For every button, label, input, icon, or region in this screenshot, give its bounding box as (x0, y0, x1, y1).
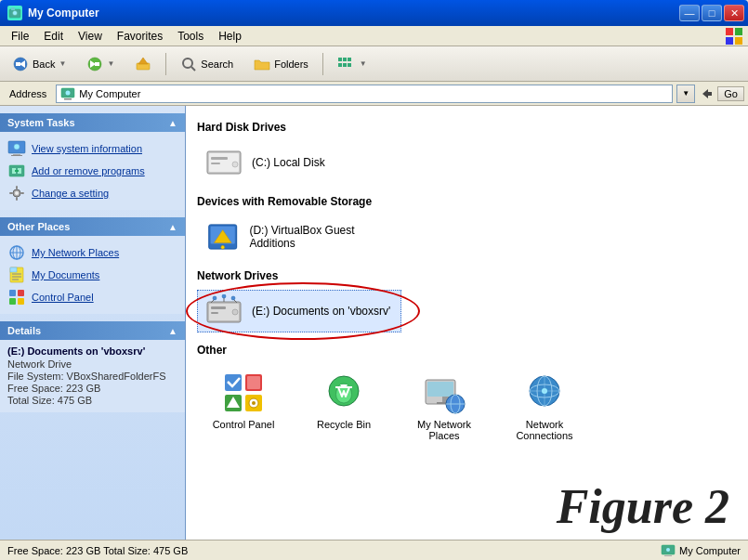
local-disk-icon (205, 146, 243, 179)
filesystem-value: VBoxSharedFolderFS (67, 371, 166, 382)
sidebar-link-change-setting[interactable]: Change a setting (7, 182, 177, 204)
section-network: Network Drives (197, 269, 737, 282)
computer-icon (7, 139, 26, 158)
add-remove-label: Add or remove programs (32, 165, 145, 176)
svg-point-68 (232, 309, 238, 315)
details-filesystem: File System: VBoxSharedFolderFS (7, 371, 177, 382)
status-right-text: My Computer (679, 545, 741, 556)
svg-rect-3 (726, 28, 733, 35)
back-button[interactable]: Back ▼ (4, 53, 74, 75)
drive-e[interactable]: (E:) Documents on 'vboxsrv' (197, 290, 401, 332)
menu-edit[interactable]: Edit (36, 28, 71, 45)
svg-rect-99 (664, 555, 672, 556)
svg-rect-85 (427, 382, 453, 397)
other-recycle-bin[interactable]: Recycle Bin (297, 364, 390, 448)
window-icon (7, 6, 22, 20)
add-remove-icon (7, 162, 26, 180)
views-button[interactable]: ▼ (329, 53, 375, 75)
svg-rect-40 (9, 192, 13, 194)
drive-c[interactable]: (C:) Local Disk (197, 141, 401, 184)
other-control-panel[interactable]: Control Panel (197, 364, 290, 448)
recycle-bin-text: Recycle Bin (317, 419, 371, 430)
system-tasks-title: System Tasks (7, 117, 75, 128)
system-tasks-header[interactable]: System Tasks ▲ (0, 113, 185, 132)
up-button[interactable] (126, 52, 160, 76)
status-computer-icon (661, 544, 676, 557)
network-places-text: My Network Places (404, 419, 484, 441)
svg-rect-17 (338, 58, 342, 61)
svg-rect-57 (211, 157, 228, 160)
network-icon (7, 243, 26, 262)
other-places-title: Other Places (7, 221, 70, 232)
svg-rect-58 (211, 163, 220, 164)
svg-marker-14 (138, 58, 148, 64)
sidebar-link-add-remove[interactable]: Add or remove programs (7, 160, 177, 182)
svg-rect-25 (64, 98, 72, 100)
system-tasks-collapse-icon[interactable]: ▲ (168, 118, 177, 128)
svg-marker-26 (702, 89, 708, 98)
address-dropdown-button[interactable]: ▼ (676, 85, 695, 103)
menu-favorites[interactable]: Favorites (110, 28, 170, 45)
menu-help[interactable]: Help (211, 28, 249, 45)
svg-rect-5 (726, 37, 733, 45)
control-panel-label: Control Panel (32, 292, 94, 303)
forward-arrow-icon: ▼ (107, 59, 114, 68)
freespace-value: 223 GB (66, 383, 100, 394)
svg-point-82 (252, 401, 256, 405)
svg-point-24 (66, 90, 71, 95)
minimize-button[interactable]: — (679, 5, 700, 21)
sidebar-link-control-panel[interactable]: Control Panel (7, 286, 177, 308)
go-button[interactable]: Go (717, 86, 744, 101)
close-button[interactable]: ✕ (724, 5, 744, 21)
other-places-collapse-icon[interactable]: ▲ (168, 222, 177, 232)
maximize-button[interactable]: □ (702, 5, 722, 21)
menu-file[interactable]: File (4, 28, 36, 45)
folders-button[interactable]: Folders (245, 53, 317, 75)
details-totalsize: Total Size: 475 GB (7, 395, 177, 406)
main-area: System Tasks ▲ View system information (0, 106, 748, 540)
svg-rect-18 (343, 58, 347, 61)
details-body: (E:) Documents on 'vboxsrv' Network Driv… (0, 340, 185, 412)
my-documents-label: My Documents (32, 269, 99, 280)
sidebar-link-view-system[interactable]: View system information (7, 137, 177, 160)
window-title: My Computer (28, 7, 99, 20)
search-button[interactable]: Search (172, 52, 242, 76)
details-drive-name: (E:) Documents on 'vboxsrv' (7, 345, 177, 357)
toolbar-separator-1 (165, 53, 166, 75)
details-collapse-icon[interactable]: ▲ (168, 326, 177, 336)
svg-point-74 (231, 296, 235, 300)
svg-rect-67 (211, 312, 218, 314)
address-computer-icon (60, 86, 75, 101)
status-right: My Computer (661, 544, 741, 557)
svg-line-16 (191, 67, 195, 71)
svg-rect-77 (247, 376, 260, 389)
svg-rect-4 (735, 28, 742, 35)
svg-rect-9 (16, 62, 20, 66)
other-places-panel: Other Places ▲ My Network Places (0, 217, 185, 314)
drive-e-label: (E:) Documents on 'vboxsrv' (252, 305, 390, 318)
menu-tools[interactable]: Tools (170, 28, 211, 45)
toolbar: Back ▼ ▼ Search Folders ▼ (0, 46, 748, 82)
details-panel: Details ▲ (E:) Documents on 'vboxsrv' Ne… (0, 321, 185, 412)
svg-point-15 (183, 59, 192, 68)
address-value[interactable]: My Computer (79, 88, 668, 99)
forward-button[interactable]: ▼ (78, 53, 123, 75)
status-left: Free Space: 223 GB Total Size: 475 GB (7, 545, 188, 556)
drive-d[interactable]: (D:) VirtualBox Guest Additions (197, 215, 401, 258)
address-bar: Address My Computer ▼ Go (0, 82, 748, 106)
menu-view[interactable]: View (71, 28, 110, 45)
change-setting-label: Change a setting (32, 188, 109, 199)
svg-rect-39 (16, 197, 18, 201)
svg-point-59 (232, 162, 238, 167)
status-bar: Free Space: 223 GB Total Size: 475 GB My… (0, 540, 748, 560)
hard-disk-grid: (C:) Local Disk (197, 141, 737, 184)
sidebar-link-network[interactable]: My Network Places (7, 241, 177, 264)
other-network-places[interactable]: My Network Places (398, 364, 491, 448)
details-header[interactable]: Details ▲ (0, 321, 185, 340)
other-network-connections[interactable]: Network Connections (498, 364, 591, 448)
sidebar-link-documents[interactable]: My Documents (7, 264, 177, 286)
windows-logo-icon (724, 26, 744, 46)
svg-rect-38 (16, 186, 18, 189)
svg-rect-1 (11, 7, 15, 10)
other-places-header[interactable]: Other Places ▲ (0, 217, 185, 236)
